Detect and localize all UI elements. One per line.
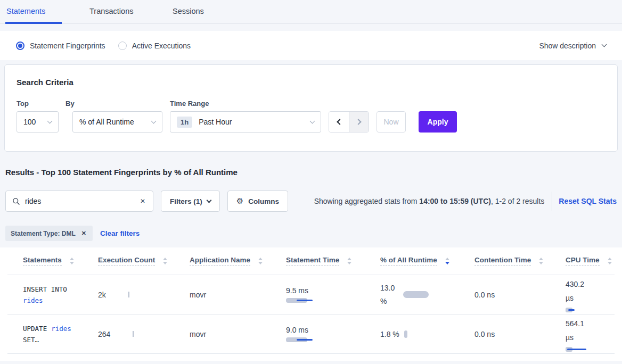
column-header-cpu-time[interactable]: CPU Time — [550, 256, 615, 266]
sort-icons — [539, 258, 543, 264]
contention-time-cell: 0.0 ns — [459, 291, 550, 299]
cpu-time-value: 564.1 — [566, 317, 615, 330]
tab-statements[interactable]: Statements — [5, 0, 62, 24]
statement-link-rides[interactable]: rides — [23, 296, 43, 304]
show-description-label: Show description — [539, 42, 596, 50]
by-label: By — [66, 100, 162, 107]
top-label: Top — [17, 100, 59, 107]
by-select-value: % of All Runtime — [79, 118, 134, 126]
search-input[interactable] — [25, 197, 139, 205]
sort-icons — [258, 258, 263, 264]
statements-table: Statements Execution Count Application N… — [0, 247, 622, 361]
clear-search-icon[interactable]: ✕ — [139, 196, 146, 206]
filter-pill-statement-type[interactable]: Statement Type: DML ✕ — [5, 226, 93, 241]
statement-time-bar — [286, 337, 316, 342]
sql-keyword: SET… — [23, 336, 39, 344]
execution-count-value: 2k — [98, 291, 106, 299]
tab-sessions[interactable]: Sessions — [171, 0, 228, 24]
statement-time-value: 9.5 ms — [286, 286, 365, 295]
top-select-value: 100 — [23, 118, 36, 126]
table-row: INSERT INTO rides 2k movr 9.5 ms 13.0 % — [7, 275, 615, 315]
time-range-value: Past Hour — [199, 118, 232, 126]
time-range-select[interactable]: 1h Past Hour — [170, 111, 321, 133]
execution-count-cell: 264 — [83, 330, 174, 338]
chevron-down-icon — [310, 118, 315, 123]
statement-cell: INSERT INTO rides — [7, 284, 83, 306]
statement-time-cell: 9.5 ms — [271, 286, 365, 303]
execution-count-value: 264 — [98, 330, 110, 338]
remove-filter-icon[interactable]: ✕ — [80, 229, 87, 238]
radio-statement-fingerprints-label: Statement Fingerprints — [30, 42, 105, 50]
cpu-time-unit: µs — [566, 291, 615, 305]
sort-icons — [608, 258, 612, 264]
runtime-pct-value: 1.8 — [380, 330, 390, 338]
column-header-execution-count[interactable]: Execution Count — [83, 256, 174, 266]
filter-pill-label: Statement Type: DML — [11, 230, 76, 237]
radio-unselected-icon — [118, 42, 127, 50]
statement-search-box: ✕ — [5, 191, 153, 212]
results-controls-row: ✕ Filters (1) ⚙ Columns Showing aggregat… — [0, 191, 622, 212]
show-description-toggle[interactable]: Show description — [539, 42, 606, 50]
top-select[interactable]: 100 — [17, 111, 59, 133]
gear-icon: ⚙ — [236, 196, 243, 206]
chevron-down-icon — [602, 42, 607, 47]
columns-button[interactable]: ⚙ Columns — [227, 191, 288, 212]
column-header-statement-time[interactable]: Statement Time — [271, 256, 365, 266]
status-suffix: , 1-2 of 2 results — [491, 197, 544, 205]
column-header-runtime-pct[interactable]: % of All Runtime — [365, 256, 459, 266]
execution-count-cell: 2k — [83, 291, 174, 299]
field-time-range: Time Range 1h Past Hour — [170, 100, 321, 133]
filters-button[interactable]: Filters (1) — [161, 191, 220, 212]
statement-time-value: 9.0 ms — [286, 326, 365, 334]
radio-statement-fingerprints[interactable]: Statement Fingerprints — [16, 42, 105, 50]
next-time-window-button[interactable] — [349, 112, 369, 132]
sort-icons — [70, 258, 74, 264]
vertical-divider — [552, 192, 552, 211]
aggregation-status-text: Showing aggregated stats from 14:00 to 1… — [314, 197, 545, 205]
cpu-time-bar — [566, 308, 592, 312]
contention-time-cell: 0.0 ns — [459, 330, 550, 338]
statement-cell: UPDATErides SET… — [7, 323, 83, 345]
statement-time-bar — [286, 298, 316, 303]
column-header-application-name[interactable]: Application Name — [174, 256, 271, 266]
apply-button[interactable]: Apply — [419, 111, 457, 133]
time-range-badge: 1h — [177, 117, 192, 128]
radio-selected-icon — [16, 42, 24, 50]
cpu-time-cell: 430.2 µs — [550, 277, 615, 312]
columns-button-label: Columns — [248, 197, 279, 205]
sort-icons — [347, 258, 351, 264]
runtime-pct-cell: 13.0 % — [365, 282, 459, 308]
sql-activity-page: Statements Transactions Sessions Stateme… — [0, 0, 622, 364]
application-name-cell: movr — [174, 330, 271, 338]
search-criteria-card: Search Criteria Top 100 By % of All Runt… — [4, 64, 618, 152]
field-by: By % of All Runtime — [66, 100, 162, 133]
chevron-right-icon — [355, 119, 361, 125]
chevron-down-icon — [206, 198, 211, 203]
table-row: UPDATErides SET… 264 movr 9.0 ms 1.8 % 0… — [7, 315, 615, 354]
search-icon — [12, 197, 20, 205]
active-filters-row: Statement Type: DML ✕ Clear filters — [0, 226, 622, 241]
radio-active-executions-label: Active Executions — [132, 42, 191, 50]
tab-transactions[interactable]: Transactions — [88, 0, 145, 24]
now-button[interactable]: Now — [377, 111, 406, 133]
previous-time-window-button[interactable] — [329, 112, 349, 132]
tab-transactions-label: Transactions — [89, 7, 133, 15]
statement-link-rides[interactable]: rides — [51, 325, 71, 333]
clear-filters-link[interactable]: Clear filters — [100, 229, 140, 237]
view-mode-toolbar: Statement Fingerprints Active Executions… — [0, 31, 622, 60]
tab-statements-label: Statements — [6, 7, 45, 15]
column-header-contention-time[interactable]: Contention Time — [459, 256, 550, 266]
tab-sessions-label: Sessions — [173, 7, 204, 15]
runtime-pct-unit: % — [392, 330, 399, 338]
results-heading: Results - Top 100 Statement Fingerprints… — [5, 168, 617, 177]
column-header-statements[interactable]: Statements — [7, 256, 83, 266]
cpu-time-bar — [566, 347, 592, 352]
statement-time-cell: 9.0 ms — [271, 326, 365, 342]
reset-sql-stats-link[interactable]: Reset SQL Stats — [559, 197, 617, 205]
runtime-pct-value: 13.0 — [380, 282, 395, 295]
radio-active-executions[interactable]: Active Executions — [118, 42, 191, 50]
cpu-time-cell: 564.1 µs — [550, 317, 615, 352]
cpu-time-value: 430.2 — [566, 277, 615, 291]
sql-keyword: UPDATE — [23, 325, 47, 333]
by-select[interactable]: % of All Runtime — [72, 111, 162, 133]
